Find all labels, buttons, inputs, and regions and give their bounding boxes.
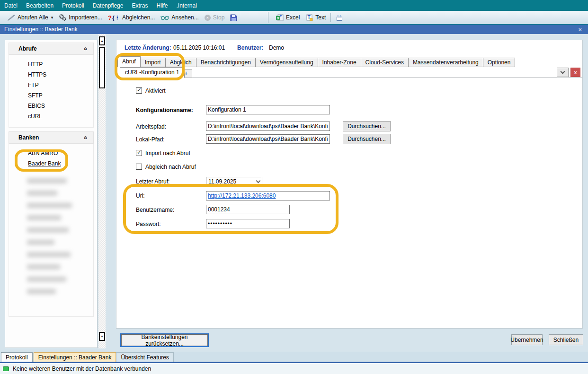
- toolbar-button-stop[interactable]: × Stop: [202, 12, 228, 23]
- scroll-up-button[interactable]: ▲: [99, 36, 105, 45]
- menu-item-datei[interactable]: Datei: [0, 0, 22, 11]
- document-titlebar: Einstellungen :: Baader Bank ×: [0, 25, 588, 34]
- menu-item-datenpflege[interactable]: Datenpflege: [89, 0, 128, 11]
- menu-item-protokoll[interactable]: Protokoll: [58, 0, 89, 11]
- stop-icon: ×: [205, 15, 211, 21]
- lokal-pfad-label: Lokal-Pfad:: [136, 136, 165, 143]
- bottom-tab-einstellungen-baader-bank[interactable]: Einstellungen :: Baader Bank: [34, 352, 116, 362]
- toolbar-label-abgleichen: Abgleichen...: [122, 14, 155, 21]
- tab-abgleich[interactable]: Abgleich: [165, 58, 196, 67]
- tab-massendatenverarbeitung[interactable]: Massendatenverarbeitung: [408, 58, 483, 67]
- arbeitspfad-input[interactable]: [206, 122, 330, 131]
- benutzername-input[interactable]: [206, 205, 290, 214]
- arbeitspfad-browse-button[interactable]: Durchsuchen...: [343, 121, 391, 131]
- import-nach-abruf-checkbox[interactable]: ✓: [136, 150, 142, 156]
- lokal-pfad-browse-button[interactable]: Durchsuchen...: [343, 134, 391, 144]
- passwort-input[interactable]: [206, 219, 290, 228]
- status-text: Keine weiteren Benutzer mit der Datenban…: [13, 365, 151, 372]
- abgleich-nach-abruf-checkbox[interactable]: [136, 164, 142, 170]
- bottom-tab-protokoll[interactable]: Protokoll: [1, 352, 33, 362]
- schliessen-button[interactable]: Schließen: [549, 334, 583, 345]
- svg-text:X: X: [277, 16, 280, 20]
- gears-icon: [59, 14, 66, 21]
- group-label-abrufe: Abrufe: [18, 45, 37, 52]
- sidebar-item-ftp[interactable]: FTP: [9, 80, 93, 90]
- menu-item-hilfe[interactable]: Hilfe: [152, 0, 172, 11]
- letzter-abruf-label: Letzter Abruf:: [136, 178, 169, 185]
- close-icon[interactable]: ×: [576, 26, 584, 33]
- svg-text:+ +: + +: [337, 14, 341, 17]
- url-link[interactable]: http://172.21.133.206:6080: [208, 192, 276, 199]
- toolbar-button-resize-window[interactable]: + +: [333, 12, 346, 23]
- tab-vermoegensaufteilung[interactable]: Vermögensaufteilung: [255, 58, 318, 67]
- tab-import[interactable]: Import: [140, 58, 166, 67]
- user-label: Benutzer:: [237, 44, 263, 51]
- sidebar-group-header-banken[interactable]: Banken «: [9, 131, 94, 144]
- sidebar-group-banken: Banken « ABN AMRO Baader Bank: [9, 131, 94, 317]
- toolbar-button-excel[interactable]: X Excel: [273, 12, 303, 23]
- tab-cloud-services[interactable]: Cloud-Services: [361, 58, 409, 67]
- konfigurationsname-input[interactable]: [206, 105, 330, 114]
- uebernehmen-button[interactable]: Übernehmen: [511, 334, 543, 345]
- last-change-value: 05.11.2025 10:16:01: [173, 44, 225, 51]
- konfigurationsname-label: Konfigurationsname:: [136, 107, 193, 113]
- blurred-bank-list: [23, 171, 80, 311]
- arbeitspfad-label: Arbeitspfad:: [136, 123, 166, 130]
- toolbar: Abrufen Alle ▾ Importieren... ?{⋮ Abglei…: [0, 11, 588, 25]
- tab-curl-konfiguration-1[interactable]: cURL-Konfiguration 1: [120, 67, 185, 78]
- collapse-icon[interactable]: «: [83, 136, 89, 139]
- save-icon: [230, 14, 237, 21]
- tab-inhaber-zone[interactable]: Inhaber-Zone: [318, 58, 361, 67]
- sidebar-scrollbar[interactable]: ▲ ▼: [98, 34, 106, 348]
- import-nach-abruf-label: Import nach Abruf: [145, 150, 190, 157]
- chevron-down-icon: [256, 178, 261, 183]
- tab-abruf[interactable]: Abruf: [117, 56, 141, 67]
- toolbar-button-save[interactable]: [227, 12, 240, 23]
- url-input[interactable]: http://172.21.133.206:6080: [206, 191, 330, 200]
- sidebar-item-sftp[interactable]: SFTP: [9, 90, 93, 101]
- sidebar-item-baader-bank[interactable]: Baader Bank: [9, 158, 93, 169]
- toolbar-button-abgleichen[interactable]: ?{⋮ Abgleichen...: [105, 12, 158, 23]
- pen-icon: [7, 14, 15, 21]
- lokal-pfad-input[interactable]: [206, 134, 330, 144]
- config-tab-strip: cURL-Konfiguration 1 + x: [117, 67, 582, 78]
- tab-benachrichtigungen[interactable]: Benachrichtigungen: [196, 58, 256, 67]
- sidebar-group-abrufe: Abrufe « HTTP HTTPS FTP SFTP EBICS cURL: [9, 43, 94, 128]
- aktiviert-checkbox[interactable]: ✓: [136, 87, 142, 94]
- toolbar-label-text: Text: [315, 14, 326, 21]
- toolbar-button-ansehen[interactable]: Ansehen...: [158, 12, 201, 23]
- toolbar-button-importieren[interactable]: Importieren...: [56, 12, 105, 23]
- close-x-icon: x: [574, 70, 577, 75]
- sidebar-item-http[interactable]: HTTP: [9, 59, 93, 70]
- toolbar-label-stop: Stop: [213, 14, 225, 21]
- menu-item-bearbeiten[interactable]: Bearbeiten: [22, 0, 58, 11]
- scrollbar-thumb[interactable]: [99, 47, 105, 88]
- benutzername-label: Benutzername:: [136, 207, 174, 213]
- toolbar-button-abrufen-alle[interactable]: Abrufen Alle ▾: [4, 12, 56, 23]
- bottom-tab-uebersicht-features[interactable]: Übersicht Features: [116, 352, 173, 362]
- collapse-icon[interactable]: «: [83, 47, 89, 51]
- sidebar-group-header-abrufe[interactable]: Abrufe «: [9, 43, 94, 55]
- toolbar-label-abrufen: Abrufen Alle: [18, 14, 48, 21]
- sidebar-item-https[interactable]: HTTPS: [9, 70, 93, 80]
- sidebar-item-abn-amro[interactable]: ABN AMRO: [9, 148, 93, 158]
- scroll-down-button[interactable]: ▼: [99, 332, 105, 341]
- frame-resize-icon: + +: [336, 14, 343, 21]
- bankeinstellungen-zuruecksetzen-button[interactable]: Bankeinstellungen zurücksetzen...: [121, 334, 208, 346]
- chevron-down-icon[interactable]: ▾: [51, 15, 53, 20]
- group-label-banken: Banken: [18, 134, 39, 141]
- sidebar-item-curl[interactable]: cURL: [9, 111, 93, 122]
- close-configuration-button[interactable]: x: [570, 68, 580, 77]
- sidebar-group-items-abrufe: HTTP HTTPS FTP SFTP EBICS cURL: [9, 55, 94, 128]
- toolbar-label-importieren: Importieren...: [69, 14, 102, 21]
- compare-icon: ?{⋮: [108, 14, 120, 21]
- menu-item-extras[interactable]: Extras: [127, 0, 152, 11]
- tab-optionen[interactable]: Optionen: [483, 58, 516, 67]
- config-dropdown-button[interactable]: [557, 68, 569, 77]
- menu-item-internal[interactable]: .Internal: [172, 0, 201, 11]
- abgleich-nach-abruf-label: Abgleich nach Abruf: [145, 164, 196, 170]
- bottom-tab-bar: Protokoll Einstellungen :: Baader Bank Ü…: [0, 352, 588, 362]
- letzter-abruf-select[interactable]: 11.09.2025: [206, 177, 262, 186]
- sidebar-item-ebics[interactable]: EBICS: [9, 101, 93, 111]
- toolbar-button-text[interactable]: T Text: [303, 12, 329, 23]
